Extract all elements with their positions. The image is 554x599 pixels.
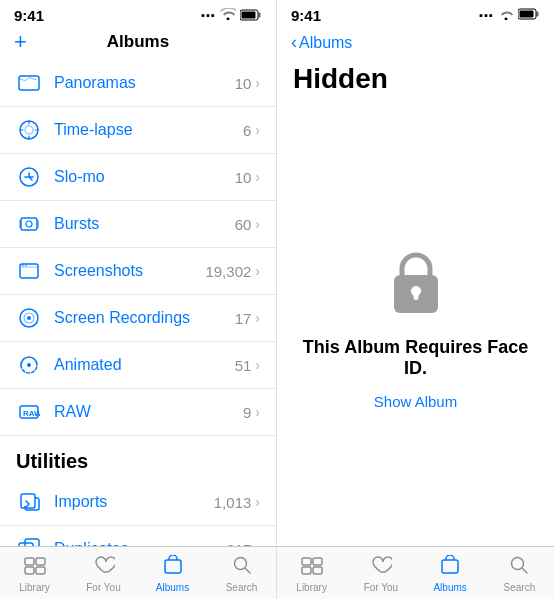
list-item-screenshot[interactable]: Screenshots 19,302 › [0,248,276,295]
right-content: This Album Requires Face ID. Show Album [277,107,554,546]
svg-rect-32 [537,12,539,17]
svg-rect-9 [19,220,21,228]
utilities-list: Imports 1,013 › Duplicates 617 › Hidden … [0,479,276,546]
right-tab-foryou-label: For You [364,582,398,593]
list-item-raw[interactable]: RAW RAW 9 › [0,389,276,436]
right-tab-library[interactable]: Library [277,553,346,595]
albums-icon-left [162,555,184,580]
right-foryou-icon [370,555,392,580]
left-header-title: Albums [107,32,169,52]
item-chevron-burst: › [255,216,260,232]
item-label-animated: Animated [54,356,235,374]
svg-point-16 [27,316,31,320]
svg-rect-7 [21,218,37,230]
item-chevron-slowmo: › [255,169,260,185]
lock-icon-container [381,243,451,323]
right-header: Hidden [277,59,554,107]
item-count-burst: 60 [235,216,252,233]
left-tab-foryou[interactable]: For You [69,553,138,595]
left-status-bar: 9:41 ▪▪▪ [0,0,276,28]
item-chevron-raw: › [255,404,260,420]
svg-rect-33 [520,11,534,18]
signal-icon: ▪▪▪ [201,9,216,21]
item-count-timelapse: 6 [243,122,251,139]
animated-icon [16,352,42,378]
right-status-icons: ▪▪▪ [479,8,540,22]
list-item-burst[interactable]: Bursts 60 › [0,201,276,248]
svg-rect-38 [313,558,322,565]
svg-rect-24 [25,558,34,565]
duplicates-icon [16,536,42,546]
left-tab-library[interactable]: Library [0,553,69,595]
right-library-icon [301,555,323,580]
list-item-slowmo[interactable]: Slo-mo 10 › [0,154,276,201]
item-label-burst: Bursts [54,215,235,233]
left-tab-search[interactable]: Search [207,553,276,595]
right-panel: 9:41 ▪▪▪ ‹ Albums Hidden [277,0,554,599]
utility-chevron-imports: › [255,494,260,510]
panorama-icon [16,70,42,96]
item-chevron-panorama: › [255,75,260,91]
wifi-icon [220,8,236,22]
svg-rect-1 [259,13,261,18]
right-title: Hidden [293,63,388,94]
utility-item-imports[interactable]: Imports 1,013 › [0,479,276,526]
lock-icon [386,247,446,319]
item-count-panorama: 10 [235,75,252,92]
left-tab-albums-label: Albums [156,582,189,593]
left-status-icons: ▪▪▪ [201,8,262,22]
item-count-screenrecording: 17 [235,310,252,327]
list-item-timelapse[interactable]: Time-lapse 6 › [0,107,276,154]
list-item-animated[interactable]: Animated 51 › [0,342,276,389]
face-id-message: This Album Requires Face ID. [297,337,534,379]
right-signal-icon: ▪▪▪ [479,9,494,21]
back-chevron-icon: ‹ [291,32,297,53]
screenrecording-icon [16,305,42,331]
svg-line-43 [522,568,527,573]
item-label-panorama: Panoramas [54,74,235,92]
burst-icon [16,211,42,237]
show-album-button[interactable]: Show Album [374,393,457,410]
screenshot-icon [16,258,42,284]
slowmo-icon [16,164,42,190]
left-tab-albums[interactable]: Albums [138,553,207,595]
battery-icon [240,9,262,21]
svg-point-17 [27,363,31,367]
list-item-panorama[interactable]: Panoramas 10 › [0,60,276,107]
item-label-timelapse: Time-lapse [54,121,243,139]
right-time: 9:41 [291,7,321,24]
svg-rect-40 [313,567,322,574]
svg-rect-27 [36,567,45,574]
utility-item-duplicates[interactable]: Duplicates 617 › [0,526,276,546]
item-count-screenshot: 19,302 [205,263,251,280]
utility-count-imports: 1,013 [214,494,252,511]
item-label-slowmo: Slo-mo [54,168,235,186]
item-label-screenshot: Screenshots [54,262,205,280]
svg-point-13 [25,265,27,267]
right-tab-bar: Library For You Albums [277,546,554,599]
svg-rect-26 [25,567,34,574]
back-button[interactable]: ‹ Albums [291,32,540,53]
right-battery-icon [518,8,540,22]
list-item-screenrecording[interactable]: Screen Recordings 17 › [0,295,276,342]
add-button[interactable]: + [14,31,27,53]
right-albums-icon [439,555,461,580]
right-tab-search[interactable]: Search [485,553,554,595]
svg-point-8 [26,221,32,227]
back-label: Albums [299,34,352,52]
item-count-animated: 51 [235,357,252,374]
svg-rect-41 [442,560,458,573]
item-chevron-animated: › [255,357,260,373]
right-tab-foryou[interactable]: For You [346,553,415,595]
svg-rect-39 [302,567,311,574]
utilities-section-header: Utilities [0,436,276,479]
search-icon-left [232,555,252,580]
svg-rect-28 [165,560,181,573]
left-tab-library-label: Library [19,582,50,593]
left-time: 9:41 [14,7,44,24]
svg-point-5 [25,126,33,134]
item-chevron-screenshot: › [255,263,260,279]
right-search-icon [509,555,529,580]
item-count-raw: 9 [243,404,251,421]
right-tab-albums[interactable]: Albums [416,553,485,595]
